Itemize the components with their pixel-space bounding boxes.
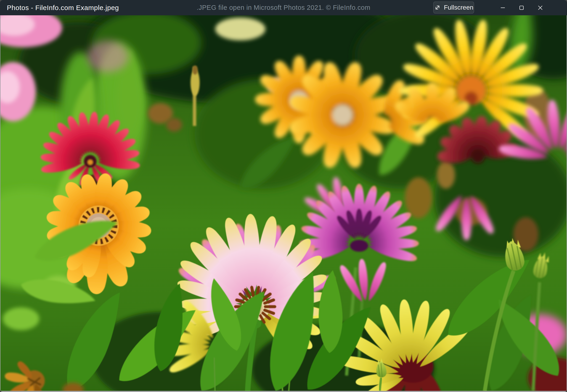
minimize-icon bbox=[499, 4, 506, 11]
close-button[interactable] bbox=[535, 2, 546, 14]
window-title: Photos - FileInfo.com Example.jpeg bbox=[7, 0, 119, 15]
fullscreen-button[interactable]: Fullscreen bbox=[433, 2, 474, 14]
minimize-button[interactable] bbox=[497, 2, 508, 14]
photo-canvas bbox=[0, 15, 567, 391]
close-icon bbox=[537, 4, 544, 11]
photos-app-window: Photos - FileInfo.com Example.jpeg .JPEG… bbox=[0, 0, 567, 392]
maximize-icon bbox=[518, 4, 525, 11]
maximize-button[interactable] bbox=[516, 2, 527, 14]
titlebar: Photos - FileInfo.com Example.jpeg .JPEG… bbox=[0, 0, 567, 15]
fullscreen-expand-icon bbox=[434, 4, 441, 11]
fullscreen-label: Fullscreen bbox=[444, 4, 473, 11]
flower-photo bbox=[0, 15, 567, 391]
